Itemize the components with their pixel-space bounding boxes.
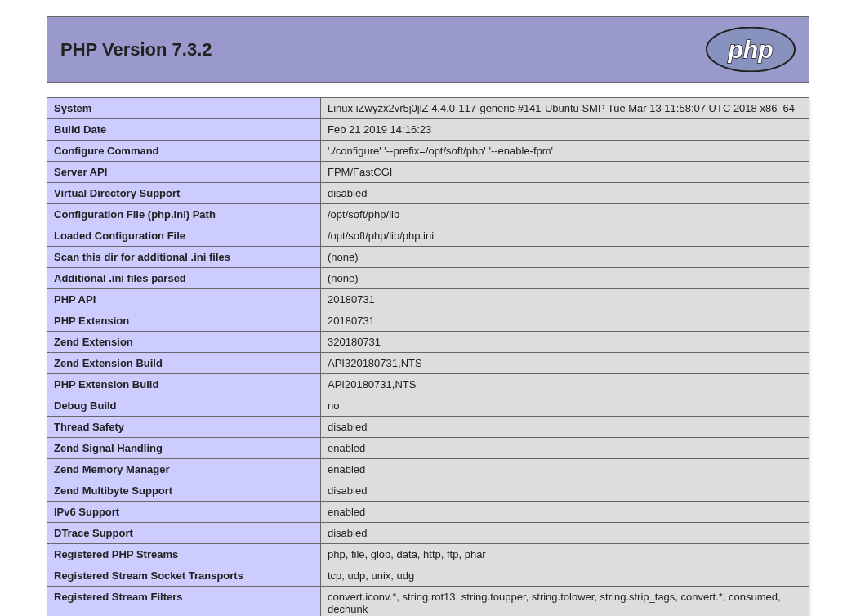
- table-row: Zend Signal Handlingenabled: [47, 438, 809, 459]
- table-row: SystemLinux iZwyzx2vr5j0jlZ 4.4.0-117-ge…: [47, 98, 809, 119]
- phpinfo-header: PHP Version 7.3.2 php: [47, 16, 809, 83]
- info-value: API320180731,NTS: [321, 353, 809, 374]
- info-value: Linux iZwyzx2vr5j0jlZ 4.4.0-117-generic …: [321, 98, 809, 119]
- info-value: FPM/FastCGI: [321, 162, 809, 183]
- php-logo-icon: php: [706, 27, 796, 72]
- info-label: PHP Extension: [47, 310, 321, 332]
- info-label: Virtual Directory Support: [47, 183, 321, 204]
- info-value: './configure' '--prefix=/opt/soft/php' '…: [321, 141, 809, 162]
- info-label: Registered Stream Filters: [47, 587, 321, 617]
- info-label: Scan this dir for additional .ini files: [47, 247, 321, 268]
- table-row: Registered Stream Socket Transportstcp, …: [47, 565, 809, 587]
- info-label: Registered PHP Streams: [47, 544, 321, 565]
- info-value: API20180731,NTS: [321, 374, 809, 395]
- table-row: Additional .ini files parsed(none): [47, 268, 809, 289]
- info-value: 320180731: [321, 332, 809, 353]
- table-row: Configure Command'./configure' '--prefix…: [47, 141, 809, 162]
- table-row: Registered PHP Streamsphp, file, glob, d…: [47, 544, 809, 565]
- table-row: PHP Extension BuildAPI20180731,NTS: [47, 374, 809, 395]
- table-row: Zend Extension BuildAPI320180731,NTS: [47, 353, 809, 374]
- info-label: Configuration File (php.ini) Path: [47, 204, 321, 225]
- info-value: php, file, glob, data, http, ftp, phar: [321, 544, 809, 565]
- info-label: Zend Signal Handling: [47, 438, 321, 459]
- table-row: Registered Stream Filtersconvert.iconv.*…: [47, 587, 809, 617]
- info-value: enabled: [321, 438, 809, 459]
- info-value: no: [321, 395, 809, 417]
- info-label: Zend Extension Build: [47, 353, 321, 374]
- table-row: DTrace Supportdisabled: [47, 523, 809, 544]
- table-row: Build DateFeb 21 2019 14:16:23: [47, 119, 809, 141]
- info-value: 20180731: [321, 310, 809, 332]
- info-value: 20180731: [321, 289, 809, 310]
- info-label: IPv6 Support: [47, 502, 321, 523]
- info-label: Loaded Configuration File: [47, 225, 321, 247]
- table-row: Zend Memory Managerenabled: [47, 459, 809, 480]
- table-row: Thread Safetydisabled: [47, 417, 809, 438]
- info-value: Feb 21 2019 14:16:23: [321, 119, 809, 141]
- info-label: DTrace Support: [47, 523, 321, 544]
- info-label: PHP Extension Build: [47, 374, 321, 395]
- phpinfo-table: SystemLinux iZwyzx2vr5j0jlZ 4.4.0-117-ge…: [47, 97, 809, 616]
- info-value: (none): [321, 247, 809, 268]
- info-label: Configure Command: [47, 141, 321, 162]
- info-value: enabled: [321, 502, 809, 523]
- table-row: PHP API20180731: [47, 289, 809, 310]
- table-row: Zend Extension320180731: [47, 332, 809, 353]
- info-label: Registered Stream Socket Transports: [47, 565, 321, 587]
- info-value: disabled: [321, 480, 809, 502]
- table-row: Configuration File (php.ini) Path/opt/so…: [47, 204, 809, 225]
- info-value: disabled: [321, 417, 809, 438]
- svg-text:php: php: [728, 36, 774, 63]
- info-label: Zend Multibyte Support: [47, 480, 321, 502]
- info-value: /opt/soft/php/lib/php.ini: [321, 225, 809, 247]
- info-value: convert.iconv.*, string.rot13, string.to…: [321, 587, 809, 617]
- table-row: Debug Buildno: [47, 395, 809, 417]
- info-value: (none): [321, 268, 809, 289]
- info-label: Zend Extension: [47, 332, 321, 353]
- info-label: Thread Safety: [47, 417, 321, 438]
- info-value: disabled: [321, 183, 809, 204]
- table-row: Server APIFPM/FastCGI: [47, 162, 809, 183]
- info-label: PHP API: [47, 289, 321, 310]
- info-label: System: [47, 98, 321, 119]
- info-label: Additional .ini files parsed: [47, 268, 321, 289]
- info-value: enabled: [321, 459, 809, 480]
- info-label: Debug Build: [47, 395, 321, 417]
- info-value: tcp, udp, unix, udg: [321, 565, 809, 587]
- info-label: Zend Memory Manager: [47, 459, 321, 480]
- table-row: Virtual Directory Supportdisabled: [47, 183, 809, 204]
- info-value: /opt/soft/php/lib: [321, 204, 809, 225]
- info-label: Server API: [47, 162, 321, 183]
- table-row: PHP Extension20180731: [47, 310, 809, 332]
- table-row: Scan this dir for additional .ini files(…: [47, 247, 809, 268]
- table-row: Zend Multibyte Supportdisabled: [47, 480, 809, 502]
- info-value: disabled: [321, 523, 809, 544]
- page-title: PHP Version 7.3.2: [60, 39, 212, 60]
- table-row: Loaded Configuration File/opt/soft/php/l…: [47, 225, 809, 247]
- table-row: IPv6 Supportenabled: [47, 502, 809, 523]
- info-label: Build Date: [47, 119, 321, 141]
